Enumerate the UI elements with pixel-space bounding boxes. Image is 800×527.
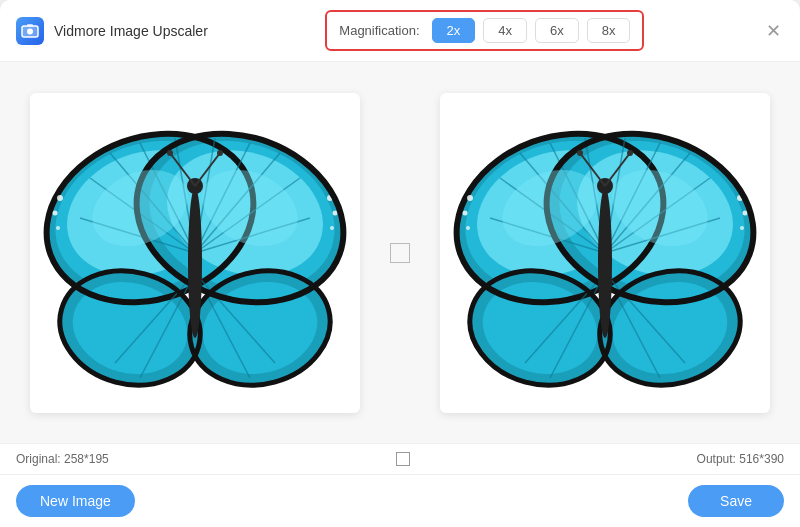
svg-point-39 [188, 188, 202, 338]
svg-rect-3 [27, 24, 33, 27]
divider-icon [390, 243, 410, 263]
svg-point-59 [467, 195, 473, 201]
main-content [0, 62, 800, 443]
svg-point-16 [57, 195, 63, 201]
mag-btn-2x[interactable]: 2x [432, 18, 476, 43]
svg-point-20 [333, 210, 338, 215]
magnification-label: Magnification: [339, 23, 419, 38]
svg-point-44 [217, 150, 223, 156]
output-info: Output: 516*390 [697, 452, 784, 466]
app-icon [16, 17, 44, 45]
mag-btn-4x[interactable]: 4x [483, 18, 527, 43]
svg-point-60 [463, 210, 468, 215]
output-image-panel [440, 93, 770, 413]
svg-point-2 [27, 28, 33, 34]
save-button[interactable]: Save [688, 485, 784, 517]
svg-point-42 [167, 150, 173, 156]
app-title: Vidmore Image Upscaler [54, 23, 208, 39]
svg-point-85 [577, 150, 583, 156]
app-window: Vidmore Image Upscaler Magnification: 2x… [0, 0, 800, 527]
mag-btn-6x[interactable]: 6x [535, 18, 579, 43]
new-image-button[interactable]: New Image [16, 485, 135, 517]
svg-point-61 [466, 226, 470, 230]
close-button[interactable]: ✕ [762, 20, 784, 42]
bottom-bar: New Image Save [0, 474, 800, 527]
svg-point-17 [53, 210, 58, 215]
svg-point-64 [740, 226, 744, 230]
info-bar: Original: 258*195 Output: 516*390 [0, 443, 800, 474]
original-info: Original: 258*195 [16, 452, 109, 466]
svg-point-82 [598, 188, 612, 338]
svg-point-18 [56, 226, 60, 230]
svg-point-87 [627, 150, 633, 156]
magnification-group: Magnification: 2x 4x 6x 8x [325, 10, 644, 51]
title-bar: Vidmore Image Upscaler Magnification: 2x… [0, 0, 800, 62]
center-icon [396, 452, 410, 466]
svg-point-21 [330, 226, 334, 230]
mag-btn-8x[interactable]: 8x [587, 18, 631, 43]
title-left: Vidmore Image Upscaler [16, 17, 208, 45]
svg-point-63 [743, 210, 748, 215]
original-image-panel [30, 93, 360, 413]
